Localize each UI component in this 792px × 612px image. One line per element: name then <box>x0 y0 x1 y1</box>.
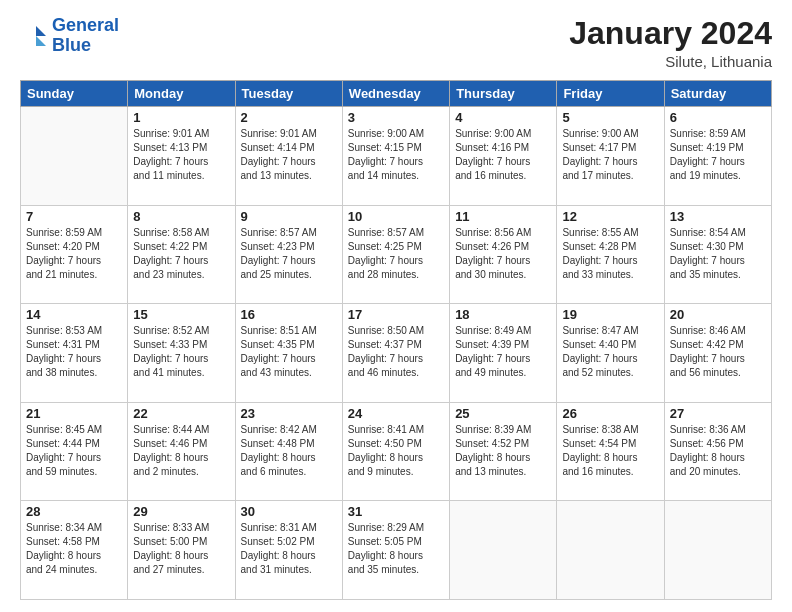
day-info: Sunrise: 8:36 AMSunset: 4:56 PMDaylight:… <box>670 423 766 479</box>
day-number: 6 <box>670 110 766 125</box>
calendar-day-cell: 20Sunrise: 8:46 AMSunset: 4:42 PMDayligh… <box>664 304 771 403</box>
day-number: 11 <box>455 209 551 224</box>
day-number: 13 <box>670 209 766 224</box>
day-number: 1 <box>133 110 229 125</box>
svg-marker-0 <box>36 26 46 36</box>
day-number: 20 <box>670 307 766 322</box>
calendar-day-cell: 1Sunrise: 9:01 AMSunset: 4:13 PMDaylight… <box>128 107 235 206</box>
day-info: Sunrise: 8:55 AMSunset: 4:28 PMDaylight:… <box>562 226 658 282</box>
day-info: Sunrise: 8:31 AMSunset: 5:02 PMDaylight:… <box>241 521 337 577</box>
calendar-day-cell: 2Sunrise: 9:01 AMSunset: 4:14 PMDaylight… <box>235 107 342 206</box>
day-info: Sunrise: 8:41 AMSunset: 4:50 PMDaylight:… <box>348 423 444 479</box>
calendar-day-cell: 10Sunrise: 8:57 AMSunset: 4:25 PMDayligh… <box>342 205 449 304</box>
calendar-week-row: 14Sunrise: 8:53 AMSunset: 4:31 PMDayligh… <box>21 304 772 403</box>
day-info: Sunrise: 9:00 AMSunset: 4:17 PMDaylight:… <box>562 127 658 183</box>
day-info: Sunrise: 8:50 AMSunset: 4:37 PMDaylight:… <box>348 324 444 380</box>
day-number: 15 <box>133 307 229 322</box>
day-number: 5 <box>562 110 658 125</box>
day-info: Sunrise: 8:42 AMSunset: 4:48 PMDaylight:… <box>241 423 337 479</box>
subtitle: Silute, Lithuania <box>569 53 772 70</box>
day-number: 30 <box>241 504 337 519</box>
calendar-day-cell: 4Sunrise: 9:00 AMSunset: 4:16 PMDaylight… <box>450 107 557 206</box>
col-saturday: Saturday <box>664 81 771 107</box>
calendar-day-cell: 30Sunrise: 8:31 AMSunset: 5:02 PMDayligh… <box>235 501 342 600</box>
day-info: Sunrise: 8:49 AMSunset: 4:39 PMDaylight:… <box>455 324 551 380</box>
day-info: Sunrise: 8:33 AMSunset: 5:00 PMDaylight:… <box>133 521 229 577</box>
calendar-day-cell: 24Sunrise: 8:41 AMSunset: 4:50 PMDayligh… <box>342 402 449 501</box>
day-number: 25 <box>455 406 551 421</box>
col-monday: Monday <box>128 81 235 107</box>
day-info: Sunrise: 8:53 AMSunset: 4:31 PMDaylight:… <box>26 324 122 380</box>
day-info: Sunrise: 8:59 AMSunset: 4:20 PMDaylight:… <box>26 226 122 282</box>
day-info: Sunrise: 8:58 AMSunset: 4:22 PMDaylight:… <box>133 226 229 282</box>
day-number: 18 <box>455 307 551 322</box>
day-info: Sunrise: 8:54 AMSunset: 4:30 PMDaylight:… <box>670 226 766 282</box>
day-info: Sunrise: 8:57 AMSunset: 4:23 PMDaylight:… <box>241 226 337 282</box>
day-number: 28 <box>26 504 122 519</box>
calendar-table: Sunday Monday Tuesday Wednesday Thursday… <box>20 80 772 600</box>
calendar-week-row: 21Sunrise: 8:45 AMSunset: 4:44 PMDayligh… <box>21 402 772 501</box>
calendar-day-cell: 23Sunrise: 8:42 AMSunset: 4:48 PMDayligh… <box>235 402 342 501</box>
day-number: 8 <box>133 209 229 224</box>
calendar-day-cell: 12Sunrise: 8:55 AMSunset: 4:28 PMDayligh… <box>557 205 664 304</box>
day-info: Sunrise: 8:57 AMSunset: 4:25 PMDaylight:… <box>348 226 444 282</box>
day-number: 16 <box>241 307 337 322</box>
calendar-day-cell: 3Sunrise: 9:00 AMSunset: 4:15 PMDaylight… <box>342 107 449 206</box>
day-number: 27 <box>670 406 766 421</box>
col-thursday: Thursday <box>450 81 557 107</box>
day-info: Sunrise: 8:34 AMSunset: 4:58 PMDaylight:… <box>26 521 122 577</box>
logo: General Blue <box>20 16 119 56</box>
logo-line2: Blue <box>52 35 91 55</box>
calendar-header-row: Sunday Monday Tuesday Wednesday Thursday… <box>21 81 772 107</box>
day-info: Sunrise: 8:59 AMSunset: 4:19 PMDaylight:… <box>670 127 766 183</box>
calendar-day-cell: 11Sunrise: 8:56 AMSunset: 4:26 PMDayligh… <box>450 205 557 304</box>
day-number: 17 <box>348 307 444 322</box>
main-title: January 2024 <box>569 16 772 51</box>
day-number: 24 <box>348 406 444 421</box>
day-number: 12 <box>562 209 658 224</box>
day-info: Sunrise: 8:39 AMSunset: 4:52 PMDaylight:… <box>455 423 551 479</box>
calendar-day-cell <box>21 107 128 206</box>
calendar-day-cell: 14Sunrise: 8:53 AMSunset: 4:31 PMDayligh… <box>21 304 128 403</box>
calendar-day-cell: 15Sunrise: 8:52 AMSunset: 4:33 PMDayligh… <box>128 304 235 403</box>
day-info: Sunrise: 8:47 AMSunset: 4:40 PMDaylight:… <box>562 324 658 380</box>
calendar-day-cell: 7Sunrise: 8:59 AMSunset: 4:20 PMDaylight… <box>21 205 128 304</box>
day-info: Sunrise: 8:44 AMSunset: 4:46 PMDaylight:… <box>133 423 229 479</box>
day-info: Sunrise: 9:01 AMSunset: 4:13 PMDaylight:… <box>133 127 229 183</box>
day-number: 23 <box>241 406 337 421</box>
day-number: 21 <box>26 406 122 421</box>
calendar-day-cell <box>557 501 664 600</box>
day-info: Sunrise: 8:52 AMSunset: 4:33 PMDaylight:… <box>133 324 229 380</box>
day-info: Sunrise: 9:01 AMSunset: 4:14 PMDaylight:… <box>241 127 337 183</box>
calendar-day-cell: 16Sunrise: 8:51 AMSunset: 4:35 PMDayligh… <box>235 304 342 403</box>
day-number: 19 <box>562 307 658 322</box>
calendar-day-cell: 5Sunrise: 9:00 AMSunset: 4:17 PMDaylight… <box>557 107 664 206</box>
calendar-day-cell: 21Sunrise: 8:45 AMSunset: 4:44 PMDayligh… <box>21 402 128 501</box>
calendar-day-cell: 13Sunrise: 8:54 AMSunset: 4:30 PMDayligh… <box>664 205 771 304</box>
col-wednesday: Wednesday <box>342 81 449 107</box>
col-tuesday: Tuesday <box>235 81 342 107</box>
day-number: 22 <box>133 406 229 421</box>
day-number: 7 <box>26 209 122 224</box>
day-info: Sunrise: 8:38 AMSunset: 4:54 PMDaylight:… <box>562 423 658 479</box>
calendar-day-cell: 9Sunrise: 8:57 AMSunset: 4:23 PMDaylight… <box>235 205 342 304</box>
day-number: 4 <box>455 110 551 125</box>
calendar-day-cell: 27Sunrise: 8:36 AMSunset: 4:56 PMDayligh… <box>664 402 771 501</box>
calendar-day-cell: 18Sunrise: 8:49 AMSunset: 4:39 PMDayligh… <box>450 304 557 403</box>
logo-line1: General <box>52 15 119 35</box>
page: General Blue January 2024 Silute, Lithua… <box>0 0 792 612</box>
day-number: 10 <box>348 209 444 224</box>
calendar-week-row: 1Sunrise: 9:01 AMSunset: 4:13 PMDaylight… <box>21 107 772 206</box>
col-sunday: Sunday <box>21 81 128 107</box>
title-block: January 2024 Silute, Lithuania <box>569 16 772 70</box>
day-info: Sunrise: 8:45 AMSunset: 4:44 PMDaylight:… <box>26 423 122 479</box>
calendar-day-cell: 17Sunrise: 8:50 AMSunset: 4:37 PMDayligh… <box>342 304 449 403</box>
calendar-day-cell: 25Sunrise: 8:39 AMSunset: 4:52 PMDayligh… <box>450 402 557 501</box>
logo-icon <box>20 22 48 50</box>
calendar-day-cell: 26Sunrise: 8:38 AMSunset: 4:54 PMDayligh… <box>557 402 664 501</box>
day-number: 26 <box>562 406 658 421</box>
day-info: Sunrise: 8:56 AMSunset: 4:26 PMDaylight:… <box>455 226 551 282</box>
day-number: 3 <box>348 110 444 125</box>
calendar-day-cell: 29Sunrise: 8:33 AMSunset: 5:00 PMDayligh… <box>128 501 235 600</box>
day-number: 29 <box>133 504 229 519</box>
